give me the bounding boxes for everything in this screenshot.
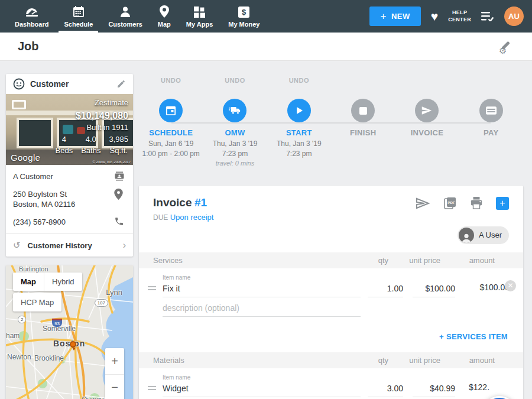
zoom-in-button[interactable]: + <box>105 348 124 374</box>
service-qty-input[interactable] <box>368 283 403 297</box>
customer-contact-info: A Customer 250 Boylston St Boston, MA 02… <box>6 165 133 227</box>
top-navigation: Dashboard Schedule Customers Map My Apps <box>0 0 532 33</box>
map-label-burlington: Burlington <box>19 265 48 273</box>
apps-grid-icon <box>194 5 205 18</box>
location-pin-icon[interactable] <box>114 189 126 200</box>
invoice-card: Invoice #1 PDF + DUE <box>139 186 523 399</box>
pay-step-label: PAY <box>459 128 523 137</box>
truck-icon <box>229 106 241 115</box>
schedule-step-button[interactable] <box>159 99 183 122</box>
property-stats: 4 Beds 4.0 Baths 3,985 Sq.ft. <box>56 134 128 157</box>
qty-column-header: qty <box>353 256 388 265</box>
send-invoice-icon[interactable] <box>416 197 430 209</box>
chevron-right-icon: › <box>123 240 126 251</box>
service-item-name-input[interactable] <box>163 283 361 297</box>
omw-travel-time: travel: 0 mins <box>203 159 267 168</box>
drag-handle[interactable] <box>148 286 163 297</box>
drag-handle[interactable] <box>148 386 163 397</box>
invoice-number[interactable]: #1 <box>194 196 207 209</box>
material-item-row: Item name $122. <box>139 368 523 397</box>
task-list-icon[interactable] <box>481 11 494 21</box>
omw-step-button[interactable] <box>223 99 246 122</box>
invoice-step-button[interactable] <box>415 99 439 122</box>
map-type-hybrid-button[interactable]: Hybrid <box>44 273 82 291</box>
zestimate-label: Zestimate <box>56 98 128 109</box>
help-line2: CENTER <box>448 17 471 23</box>
material-item-name-input[interactable] <box>163 382 361 397</box>
timeline-step-invoice: INVOICE <box>395 77 459 168</box>
amount-column-header: amount <box>449 356 495 365</box>
undo-omw-button[interactable]: UNDO <box>203 77 267 85</box>
new-button[interactable]: + NEW <box>369 7 420 26</box>
customer-face-icon <box>13 78 25 90</box>
zillow-attribution: © Zillow, Inc. 2006-2017 <box>93 160 131 164</box>
street-view-frame-icon[interactable] <box>12 100 26 109</box>
zoom-out-button[interactable]: − <box>105 374 124 399</box>
customers-icon <box>119 5 131 18</box>
map-type-map-button[interactable]: Map <box>13 273 44 291</box>
timeline-step-omw: UNDO OMW Thu, Jan 3 '19 7:23 pm travel: … <box>203 77 267 168</box>
map-label-lynn: Lynn <box>106 288 122 297</box>
map-label-waltham: ham <box>6 332 20 340</box>
item-name-field-label: Item name <box>163 374 361 381</box>
job-tools-icon[interactable]: ⚙ <box>499 40 514 54</box>
page-title: Job <box>18 40 39 53</box>
schedule-step-dates: Sun, Jan 6 '19 1:00 pm - 2:00 pm <box>139 139 203 159</box>
sqft-value: 3,985 <box>109 134 128 145</box>
due-label: DUE <box>153 213 168 222</box>
material-amount: $122. <box>463 382 510 397</box>
assignee-pill[interactable]: A User <box>458 226 509 244</box>
edit-pencil-icon[interactable] <box>116 79 126 89</box>
contact-card-icon[interactable] <box>114 171 126 181</box>
material-qty-input[interactable] <box>368 382 403 397</box>
hcp-map-button[interactable]: HCP Map <box>13 293 61 312</box>
nav-dashboard[interactable]: Dashboard <box>7 0 56 33</box>
google-watermark: Google <box>11 153 40 163</box>
nav-customers[interactable]: Customers <box>100 0 150 33</box>
invoice-header: Invoice #1 PDF + <box>139 186 523 213</box>
address-line-2: Boston, MA 02116 <box>13 199 114 210</box>
customer-card-title: Customer <box>30 79 111 89</box>
service-unit-price-input[interactable] <box>413 283 455 297</box>
service-description-input[interactable] <box>163 302 361 317</box>
address-line-1: 250 Boylston St <box>13 189 114 200</box>
invoice-actions: PDF + <box>416 196 509 210</box>
dashboard-icon <box>25 5 39 18</box>
pay-step-button[interactable] <box>479 99 503 122</box>
user-avatar[interactable]: AU <box>504 7 524 26</box>
sqft-label: Sq.ft. <box>109 145 128 157</box>
zestimate-value: $10,149,080 <box>56 109 128 122</box>
customer-name-row: A Customer <box>13 171 126 182</box>
service-item-row: Item name $100.00 ✕ <box>139 268 523 297</box>
add-services-item-link[interactable]: + SERVICES ITEM <box>439 332 508 341</box>
due-terms-link[interactable]: Upon receipt <box>170 213 214 222</box>
property-street-view-image[interactable]: Zestimate $10,149,080 Built in 1911 4 Be… <box>6 94 133 165</box>
map-label-newton: Newton <box>7 353 31 361</box>
add-invoice-button[interactable]: + <box>496 197 509 210</box>
nav-my-money[interactable]: $ My Money <box>220 0 267 33</box>
undo-schedule-button[interactable]: UNDO <box>139 77 203 85</box>
material-unit-price-input[interactable] <box>413 382 455 397</box>
nav-my-money-label: My Money <box>228 21 259 28</box>
map-label-brookline: Brookline <box>34 354 64 362</box>
phone-icon[interactable] <box>114 216 126 226</box>
zestimate-overlay: Zestimate $10,149,080 Built in 1911 4 Be… <box>56 98 128 157</box>
main-column: UNDO SCHEDULE Sun, Jan 6 '19 1:00 pm - 2… <box>139 61 523 399</box>
nav-my-apps[interactable]: My Apps <box>179 0 220 33</box>
health-heart-icon[interactable]: ♥ <box>431 10 438 22</box>
help-center-link[interactable]: HELP CENTER <box>448 9 471 23</box>
credit-card-icon <box>486 106 497 115</box>
pdf-icon[interactable]: PDF <box>443 196 457 210</box>
print-icon[interactable] <box>470 197 483 209</box>
svg-text:PDF: PDF <box>447 200 455 204</box>
map-widget[interactable]: Burlington Lynn Somerville Boston ham Ne… <box>6 265 133 399</box>
nav-map[interactable]: Map <box>150 0 179 33</box>
finish-step-button[interactable] <box>351 99 375 122</box>
timeline-step-finish: FINISH <box>331 77 395 168</box>
nav-right-cluster: + NEW ♥ HELP CENTER AU <box>369 0 532 33</box>
start-step-button[interactable] <box>287 99 311 122</box>
delete-service-item-button[interactable]: ✕ <box>505 280 516 291</box>
customer-history-row[interactable]: ↺ Customer History › <box>6 233 133 257</box>
nav-schedule[interactable]: Schedule <box>56 0 100 33</box>
undo-start-button[interactable]: UNDO <box>267 77 331 85</box>
